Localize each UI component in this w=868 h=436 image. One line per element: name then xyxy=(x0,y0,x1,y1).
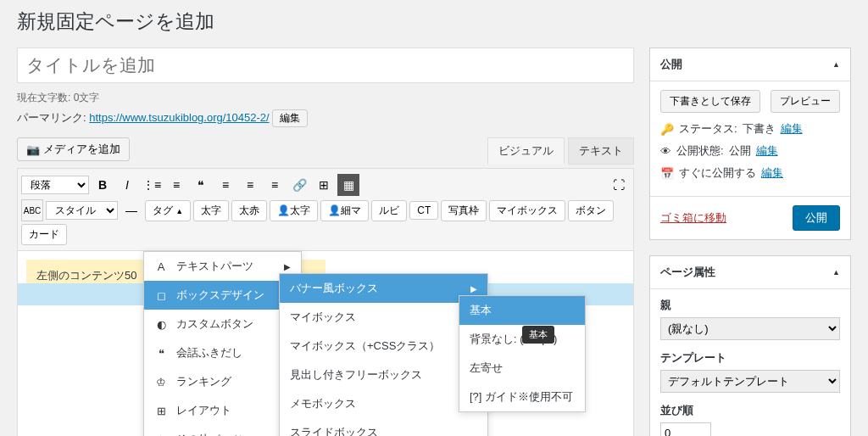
eye-icon: 👁 xyxy=(660,145,671,158)
template-select[interactable]: デフォルトテンプレート xyxy=(660,370,840,393)
tagbtn-2[interactable]: 👤太字 xyxy=(270,200,318,221)
italic-button[interactable]: I xyxy=(116,174,138,196)
tagbtn-3[interactable]: 👤細マ xyxy=(320,200,369,221)
parent-select[interactable]: (親なし) xyxy=(660,317,840,340)
align-right-button[interactable]: ≡ xyxy=(264,174,286,196)
permalink-url[interactable]: https://www.tsuzukiblog.org/10452-2/ xyxy=(89,111,269,124)
banner-box-submenu: 基本背景なし: (400px)左寄せ[?] ガイド※使用不可 xyxy=(459,295,586,412)
tab-text[interactable]: テキスト xyxy=(568,137,634,165)
fullscreen-button[interactable]: ⛶ xyxy=(608,174,630,196)
box-menu-item-0[interactable]: バナー風ボックス▶ xyxy=(280,274,487,303)
menu-icon: ★ xyxy=(154,433,168,437)
banner-menu-item-2[interactable]: 左寄せ xyxy=(459,354,585,383)
publish-panel-header[interactable]: 公開▲ xyxy=(650,48,850,81)
tagbtn-9[interactable]: カード xyxy=(21,224,67,245)
box-menu-item-4[interactable]: メモボックス xyxy=(280,389,487,418)
tagbtn-7[interactable]: マイボックス xyxy=(489,200,565,221)
bold-button[interactable]: B xyxy=(92,174,114,196)
hr-button[interactable]: — xyxy=(120,199,142,221)
tag-menu-item-5[interactable]: ⊞レイアウト▶ xyxy=(144,396,301,425)
tag-menu-item-0[interactable]: Aテキストパーツ▶ xyxy=(144,252,301,281)
camera-icon: 📷 xyxy=(26,143,40,156)
save-draft-button[interactable]: 下書きとして保存 xyxy=(660,90,760,113)
order-label: 並び順 xyxy=(660,403,840,418)
menu-icon: ⊞ xyxy=(154,405,168,417)
tag-dropdown-button[interactable]: タグ ▲ xyxy=(145,200,191,221)
menu-icon: ♔ xyxy=(154,376,168,388)
menu-icon: ◻ xyxy=(154,289,168,302)
menu-icon: A xyxy=(154,260,168,273)
banner-menu-item-0[interactable]: 基本 xyxy=(459,296,585,325)
publish-button[interactable]: 公開 xyxy=(793,205,840,231)
banner-menu-item-3[interactable]: [?] ガイド※使用不可 xyxy=(459,383,585,411)
person-icon: 👤 xyxy=(328,204,341,216)
tag-menu-item-2[interactable]: ◐カスタムボタン▶ xyxy=(144,310,301,338)
add-media-button[interactable]: 📷メディアを追加 xyxy=(17,137,130,161)
ul-button[interactable]: ⋮≡ xyxy=(141,174,163,196)
preview-button[interactable]: プレビュー xyxy=(771,90,840,113)
tag-menu: Aテキストパーツ▶◻ボックスデザイン▶◐カスタムボタン▶❝会話ふきだし▶♔ランキ… xyxy=(143,251,302,436)
tagbtn-4[interactable]: ルビ xyxy=(371,200,407,221)
box-menu-item-2[interactable]: マイボックス（+CSSクラス）▶ xyxy=(280,332,487,361)
align-left-button[interactable]: ≡ xyxy=(214,174,236,196)
abc-button[interactable]: ABC xyxy=(21,199,43,221)
page-title: 新規固定ページを追加 xyxy=(17,8,851,35)
box-menu-item-5[interactable]: スライドボックス xyxy=(280,418,487,436)
box-menu-item-3[interactable]: 見出し付きフリーボックス▶ xyxy=(280,361,487,389)
edit-visibility-link[interactable]: 編集 xyxy=(756,143,778,159)
tag-menu-item-4[interactable]: ♔ランキング▶ xyxy=(144,367,301,396)
chevron-up-icon: ▲ xyxy=(832,60,840,69)
box-design-submenu: バナー風ボックス▶マイボックス▶マイボックス（+CSSクラス）▶見出し付きフリー… xyxy=(279,273,488,436)
edit-schedule-link[interactable]: 編集 xyxy=(761,165,783,181)
trash-link[interactable]: ゴミ箱に移動 xyxy=(660,210,726,226)
tagbtn-8[interactable]: ボタン xyxy=(568,200,614,221)
tagbtn-5[interactable]: CT xyxy=(409,201,438,220)
tagbtn-6[interactable]: 写真枠 xyxy=(441,200,487,221)
chevron-up-icon: ▲ xyxy=(832,268,840,277)
chevron-right-icon: ▶ xyxy=(284,262,291,271)
tag-menu-item-3[interactable]: ❝会話ふきだし▶ xyxy=(144,338,301,367)
box-menu-item-1[interactable]: マイボックス▶ xyxy=(280,303,487,332)
char-count: 現在文字数: 0文字 xyxy=(17,91,634,105)
style-select[interactable]: スタイル xyxy=(46,201,118,220)
ol-button[interactable]: ≡ xyxy=(165,174,187,196)
format-select[interactable]: 段落 xyxy=(21,176,89,194)
table-button[interactable]: ⊞ xyxy=(313,174,335,196)
align-center-button[interactable]: ≡ xyxy=(239,174,261,196)
calendar-icon: 📅 xyxy=(660,167,674,180)
title-input[interactable] xyxy=(17,48,634,83)
tag-menu-item-6[interactable]: ★その他パーツ▶ xyxy=(144,425,301,436)
link-button[interactable]: 🔗 xyxy=(288,174,310,196)
permalink-label: パーマリンク: xyxy=(17,111,89,124)
parent-label: 親 xyxy=(660,298,840,313)
key-icon: 🔑 xyxy=(660,123,674,136)
toggle-toolbar-button[interactable]: ▦ xyxy=(337,174,359,196)
quote-button[interactable]: ❝ xyxy=(190,174,212,196)
permalink-edit-button[interactable]: 編集 xyxy=(272,109,308,127)
tooltip: 基本 xyxy=(522,326,554,344)
tagbtn-0[interactable]: 太字 xyxy=(193,200,229,221)
menu-icon: ◐ xyxy=(154,318,168,331)
chevron-right-icon: ▶ xyxy=(470,284,477,293)
menu-icon: ❝ xyxy=(154,347,168,360)
order-input[interactable] xyxy=(660,422,711,436)
person-icon: 👤 xyxy=(277,204,290,216)
tab-visual[interactable]: ビジュアル xyxy=(487,137,565,165)
tag-menu-item-1[interactable]: ◻ボックスデザイン▶ xyxy=(144,281,301,310)
edit-status-link[interactable]: 編集 xyxy=(781,121,803,137)
tagbtn-1[interactable]: 太赤 xyxy=(231,200,267,221)
attrs-panel-header[interactable]: ページ属性▲ xyxy=(650,256,850,289)
template-label: テンプレート xyxy=(660,350,840,366)
